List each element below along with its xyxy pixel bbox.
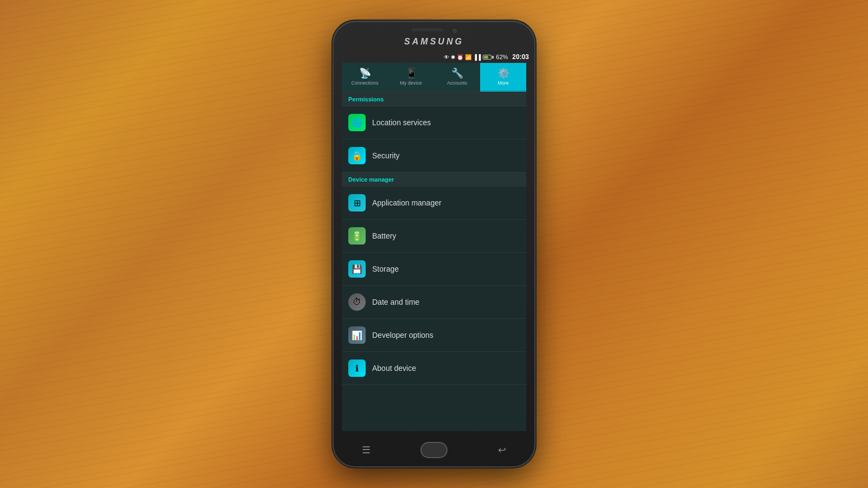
location-services-item[interactable]: 🌐 Location services: [342, 106, 526, 139]
device-manager-header: Device manager: [342, 172, 526, 187]
status-bar: 👁 ✱ ⏰ 📶 ▐▐ 62% 20:03: [334, 51, 534, 63]
phone-screen: 📡 Connections 📱 My device 🔧 Accounts ⚙️ …: [342, 63, 526, 431]
notification-icon: 👁: [444, 54, 449, 60]
battery-label: Battery: [372, 232, 396, 240]
security-item[interactable]: 🔒 Security: [342, 139, 526, 172]
top-notch: [411, 28, 457, 34]
status-icons: 👁 ✱ ⏰ 📶 ▐▐: [444, 54, 481, 60]
datetime-icon: ⏱: [348, 293, 366, 311]
status-time: 20:03: [512, 53, 529, 61]
settings-list: Permissions 🌐 Location services 🔒 Securi…: [342, 92, 526, 431]
wifi-icon: 📶: [465, 54, 471, 60]
developer-options-icon: 📊: [348, 326, 366, 344]
battery-item[interactable]: 🔋 Battery: [342, 220, 526, 253]
alarm-icon: ⏰: [457, 54, 463, 60]
about-device-item[interactable]: ℹ About device: [342, 352, 526, 385]
more-icon: ⚙️: [497, 67, 509, 79]
storage-label: Storage: [372, 265, 399, 273]
camera: [452, 29, 457, 33]
bluetooth-icon: ✱: [451, 54, 455, 60]
speaker: [411, 28, 444, 31]
developer-options-item[interactable]: 📊 Developer options: [342, 319, 526, 352]
battery-indicator: [483, 55, 494, 60]
date-and-time-label: Date and time: [372, 298, 419, 306]
battery-icon-item: 🔋: [348, 227, 366, 245]
home-button[interactable]: [420, 442, 448, 458]
tab-more[interactable]: ⚙️ More: [480, 63, 526, 92]
tab-connections[interactable]: 📡 Connections: [342, 63, 388, 92]
connections-icon: 📡: [359, 67, 371, 79]
connections-label: Connections: [351, 80, 378, 86]
accounts-label: Accounts: [447, 80, 467, 86]
storage-item[interactable]: 💾 Storage: [342, 253, 526, 286]
about-device-label: About device: [372, 364, 416, 373]
more-label: More: [497, 80, 509, 86]
battery-percent: 62%: [496, 54, 508, 60]
security-label: Security: [372, 151, 400, 160]
application-manager-label: Application manager: [372, 198, 442, 207]
phone-bottom-nav: ☰ ↩: [334, 436, 534, 466]
phone-device: SAMSUNG 👁 ✱ ⏰ 📶 ▐▐ 62% 20:03 📡 Connectio…: [334, 22, 534, 466]
accounts-icon: 🔧: [451, 67, 463, 79]
application-manager-item[interactable]: ⊞ Application manager: [342, 187, 526, 220]
settings-tab-bar: 📡 Connections 📱 My device 🔧 Accounts ⚙️ …: [342, 63, 526, 92]
location-services-label: Location services: [372, 118, 431, 127]
security-icon: 🔒: [348, 147, 366, 164]
tab-accounts[interactable]: 🔧 Accounts: [434, 63, 480, 92]
location-services-icon: 🌐: [348, 114, 366, 131]
date-and-time-item[interactable]: ⏱ Date and time: [342, 286, 526, 319]
storage-icon: 💾: [348, 260, 366, 278]
tab-my-device[interactable]: 📱 My device: [388, 63, 434, 92]
my-device-icon: 📱: [405, 67, 417, 79]
menu-button[interactable]: ☰: [355, 442, 377, 458]
application-manager-icon: ⊞: [348, 194, 366, 211]
phone-top-area: SAMSUNG: [334, 22, 534, 51]
permissions-header: Permissions: [342, 92, 526, 106]
developer-options-label: Developer options: [372, 331, 433, 339]
signal-icon: ▐▐: [473, 54, 481, 60]
my-device-label: My device: [400, 80, 422, 86]
about-device-icon: ℹ: [348, 359, 366, 377]
back-button[interactable]: ↩: [491, 442, 513, 458]
brand-logo: SAMSUNG: [404, 37, 464, 47]
